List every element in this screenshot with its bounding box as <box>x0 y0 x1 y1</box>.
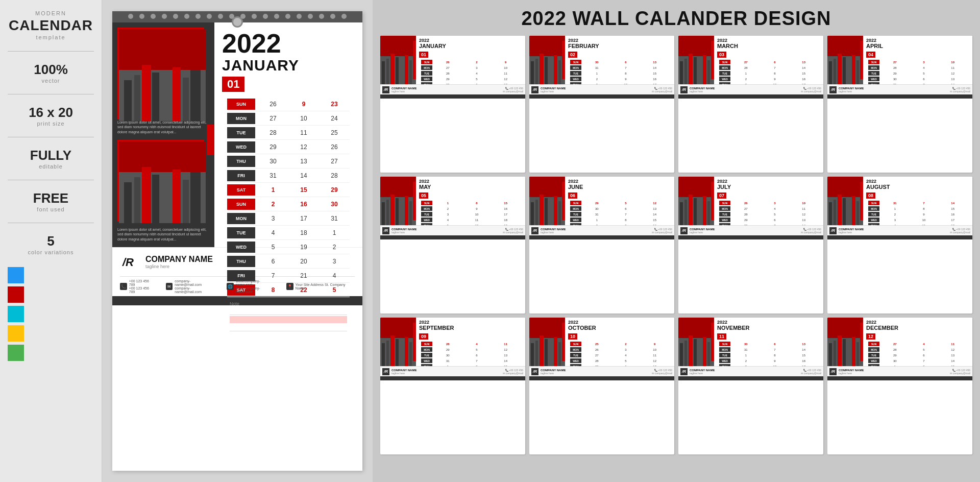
mini-grid: SUN 25 2 9 MON 26 3 10 TUE 27 4 11 <box>568 340 671 366</box>
mini-company-name: COMPANY NAME <box>541 228 566 231</box>
mini-day-label: SUN <box>719 60 730 64</box>
cal-day-mon: MON <box>227 113 255 124</box>
mini-day-num: 1 <box>731 354 761 357</box>
free-label: font used <box>8 206 94 212</box>
mini-month-num: 01 <box>419 52 428 58</box>
mini-grid: SUN 26 3 10 MON 27 4 11 TUE 28 5 12 <box>717 199 820 225</box>
mini-day-label: SUN <box>570 201 581 205</box>
svg-rect-39 <box>545 57 548 84</box>
cal-num: 1 <box>319 229 350 236</box>
months-grid: 2022 JANUARY 01 SUN 26 2 9 MON 27 3 10 <box>380 36 972 454</box>
mini-row: TUE 30 6 13 <box>421 352 520 358</box>
mini-cal-image <box>827 36 863 84</box>
mini-row: WED 3 10 17 <box>868 217 967 223</box>
divider-2 <box>8 94 94 94</box>
cal-right-header: 2022 JANUARY 01 SUN 26 9 23 MON 27 <box>214 22 362 247</box>
mini-grid: SUN 1 8 15 MON 2 9 16 TUE 3 10 17 <box>419 199 522 225</box>
mini-bottom-bar <box>827 235 972 239</box>
cal-num-red: 23 <box>319 101 350 108</box>
mini-month-name: NOVEMBER <box>717 325 820 331</box>
swatch-red <box>8 286 24 303</box>
svg-rect-46 <box>680 61 683 84</box>
mini-red-bar <box>413 182 416 220</box>
mini-city-svg <box>827 177 863 225</box>
mini-row: WED 2 9 16 <box>719 358 818 364</box>
mini-day-label: MON <box>570 65 581 70</box>
spiral-dot <box>183 13 190 20</box>
mini-day-label: MON <box>570 347 581 352</box>
cal-num: 4 <box>319 272 350 279</box>
mini-day-label: MON <box>421 206 432 211</box>
cal-day-thu: THU <box>227 156 255 167</box>
svg-rect-108 <box>390 335 395 366</box>
mini-day-label: WED <box>868 77 879 81</box>
mini-day-label: MON <box>719 347 730 352</box>
mini-row: SUN 26 2 9 <box>421 59 520 65</box>
vector-label: vector <box>8 78 94 84</box>
spiral-dot <box>340 13 348 20</box>
mini-day-label: WED <box>421 358 432 363</box>
mini-grid: SUN 30 6 13 MON 31 7 14 TUE 1 8 15 <box>568 58 671 84</box>
svg-rect-43 <box>529 36 565 56</box>
mini-footer: /R COMPANY NAME tagline here 📞 +00 123 4… <box>529 366 674 376</box>
calendar-page: Lorem ipsum dolor sit amet, consectetuer… <box>112 11 362 471</box>
mini-year: 2022 <box>568 38 671 43</box>
mini-logo-box: /R <box>680 227 688 234</box>
mini-grid: SUN 28 4 11 MON 29 5 12 TUE 30 6 13 <box>419 340 522 366</box>
mini-tagline: tagline here <box>690 90 715 93</box>
mini-bottom-bar <box>529 235 674 239</box>
phone1: +00 123 456 789 <box>129 279 156 286</box>
mini-day-num: 6 <box>910 354 939 357</box>
mini-day-num: 9 <box>761 78 790 81</box>
mini-footer: /R COMPANY NAME tagline here 📞 +00 123 4… <box>678 84 823 94</box>
svg-rect-117 <box>535 341 538 366</box>
mini-row: SUN 30 6 13 <box>570 59 669 65</box>
mini-day-num: 5 <box>910 348 939 351</box>
mini-year: 2022 <box>419 38 522 43</box>
mini-day-label: TUE <box>719 212 730 216</box>
cal-row: SUN 2 16 30 <box>227 197 350 211</box>
mini-cal-header: 2022 OCTOBER 10 SUN 25 2 9 MON 26 3 10 <box>565 318 674 366</box>
mini-cal-top: 2022 DECEMBER 12 SUN 27 4 11 MON 28 5 12 <box>827 318 972 366</box>
mini-footer: /R COMPANY NAME tagline here 📞 +00 123 4… <box>678 225 823 235</box>
mini-day-num: 1 <box>433 202 462 205</box>
svg-rect-89 <box>694 198 697 225</box>
svg-rect-28 <box>390 54 395 84</box>
mini-row: WED 28 5 12 <box>570 358 669 364</box>
swatch-blue <box>8 267 24 283</box>
spiral-bar <box>112 11 362 22</box>
mini-day-label: TUE <box>421 353 432 357</box>
sidebar: modern CALENDAR template 100% vector 16 … <box>0 0 102 482</box>
mini-month-num: 04 <box>866 52 875 58</box>
mini-day-label: SUN <box>421 60 432 64</box>
cal-num: 27 <box>258 115 288 122</box>
cal-year: 2022 <box>222 30 355 57</box>
mini-day-num: 15 <box>640 219 669 222</box>
mini-cal-image <box>678 318 714 366</box>
company-info: COMPANY NAME tagline here <box>145 255 213 269</box>
svg-rect-93 <box>678 177 714 197</box>
cal-num: 12 <box>288 143 319 151</box>
mini-calendar-april: 2022 APRIL 04 SUN 27 3 10 MON 28 4 11 <box>827 36 972 173</box>
email-icon: ✉ <box>166 283 173 290</box>
mini-row: TUE 28 4 11 <box>421 70 520 76</box>
svg-rect-8 <box>183 78 189 121</box>
mini-day-num: 1 <box>731 72 761 75</box>
fully-label: editable <box>8 163 94 170</box>
mini-day-label: TUE <box>868 71 879 76</box>
mini-bottom-bar <box>827 376 972 380</box>
mini-city-svg <box>380 318 416 366</box>
svg-rect-56 <box>829 61 832 84</box>
cal-num: 31 <box>319 215 350 222</box>
cal-num: 2 <box>319 244 350 251</box>
svg-rect-2 <box>124 80 132 121</box>
mini-day-num: 3 <box>880 219 910 222</box>
svg-rect-112 <box>409 342 412 366</box>
vector-number: 100% <box>8 62 94 78</box>
mini-day-num: 13 <box>789 343 818 346</box>
mini-day-num: 27 <box>731 61 761 64</box>
svg-rect-132 <box>707 342 710 366</box>
svg-rect-7 <box>173 67 181 121</box>
mini-month-name: JANUARY <box>419 43 522 49</box>
spiral-dot <box>138 13 145 20</box>
